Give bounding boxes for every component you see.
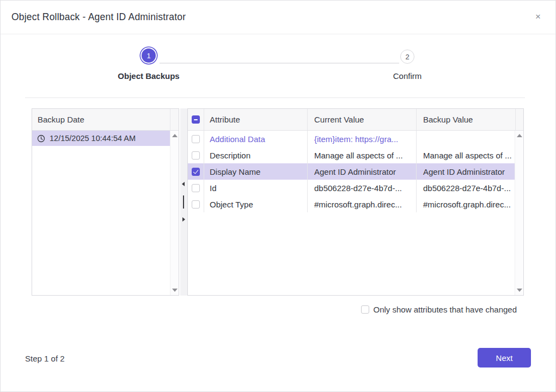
row-checkbox[interactable]	[192, 151, 200, 160]
stepper-connector	[160, 63, 399, 64]
scroll-down-icon[interactable]	[517, 289, 522, 292]
backup-value-cell: db506228-d27e-4b7d-...	[417, 180, 516, 196]
scroll-up-icon[interactable]	[517, 134, 522, 137]
row-checkbox[interactable]	[192, 184, 200, 192]
splitter-grip-icon[interactable]	[183, 195, 184, 209]
current-value-cell: #microsoft.graph.direc...	[308, 196, 417, 212]
clock-icon	[37, 134, 45, 143]
close-icon[interactable]: ×	[535, 12, 541, 21]
table-row[interactable]: Display Name Agent ID Administrator Agen…	[188, 163, 523, 180]
attributes-table-header: Attribute Current Value Backup Value	[188, 109, 523, 131]
step-indicator: Step 1 of 2	[25, 354, 65, 363]
column-header-attribute[interactable]: Attribute	[204, 109, 308, 130]
collapse-right-icon[interactable]	[182, 217, 185, 222]
backup-date-panel: Backup Date 12/15/2025 10:44:54 AM	[32, 108, 179, 296]
panel-splitter[interactable]	[180, 108, 187, 296]
only-changed-checkbox[interactable]	[361, 305, 369, 314]
attribute-cell: Description	[204, 147, 308, 163]
step-2-circle: 2	[400, 50, 414, 64]
only-changed-label: Only show attributes that have changed	[374, 305, 517, 314]
stepper: 1 Object Backups 2 Confirm	[1, 34, 555, 97]
table-row[interactable]: Description Manage all aspects of ... Ma…	[188, 147, 523, 163]
row-checkbox[interactable]	[192, 200, 200, 209]
scroll-down-icon[interactable]	[172, 289, 178, 292]
backup-value-cell	[417, 131, 516, 147]
object-rollback-dialog: Object Rollback - Agent ID Administrator…	[0, 0, 556, 392]
select-all-checkbox[interactable]	[192, 115, 200, 124]
attribute-cell: Id	[204, 180, 308, 196]
next-button[interactable]: Next	[478, 348, 531, 367]
backup-value-cell: Agent ID Administrator	[417, 163, 516, 180]
scroll-up-icon[interactable]	[172, 134, 178, 137]
attribute-cell: Additional Data	[204, 131, 308, 147]
step-confirm[interactable]: 2 Confirm	[364, 50, 451, 81]
title-bar: Object Rollback - Agent ID Administrator…	[1, 1, 555, 34]
stepper-divider	[25, 97, 525, 98]
step-2-label: Confirm	[364, 71, 451, 81]
backup-date-row[interactable]: 12/15/2025 10:44:54 AM	[32, 131, 170, 146]
backup-value-cell: Manage all aspects of ...	[417, 147, 516, 163]
step-object-backups[interactable]: 1 Object Backups	[105, 46, 192, 81]
backup-date-header-label: Backup Date	[38, 115, 84, 124]
attribute-cell: Display Name	[204, 163, 308, 180]
column-header-backup-value[interactable]: Backup Value	[417, 109, 516, 130]
row-checkbox[interactable]	[192, 168, 200, 176]
step-1-circle: 1	[142, 48, 156, 63]
current-value-cell: db506228-d27e-4b7d-...	[308, 180, 417, 196]
current-value-cell: Manage all aspects of ...	[308, 147, 417, 163]
backup-date-header: Backup Date	[32, 109, 179, 131]
backup-value-cell: #microsoft.graph.direc...	[417, 196, 516, 212]
backup-date-value: 12/15/2025 10:44:54 AM	[50, 134, 136, 143]
table-row[interactable]: Id db506228-d27e-4b7d-... db506228-d27e-…	[188, 180, 523, 196]
left-scrollbar[interactable]	[170, 131, 179, 295]
attribute-cell: Object Type	[204, 196, 308, 212]
step-1-label: Object Backups	[105, 71, 192, 81]
table-row[interactable]: Object Type #microsoft.graph.direc... #m…	[188, 196, 523, 212]
column-header-current-value[interactable]: Current Value	[308, 109, 417, 130]
right-scrollbar[interactable]	[515, 131, 523, 295]
attributes-panel: Attribute Current Value Backup Value Add…	[187, 108, 524, 296]
attributes-table-body: Additional Data {item}item: https://gra.…	[188, 131, 523, 212]
header-corner	[170, 109, 179, 130]
current-value-cell: {item}item: https://gra...	[308, 131, 417, 147]
current-value-cell: Agent ID Administrator	[308, 163, 417, 180]
table-row[interactable]: Additional Data {item}item: https://gra.…	[188, 131, 523, 147]
filter-row: Only show attributes that have changed	[361, 305, 517, 314]
collapse-left-icon[interactable]	[182, 182, 185, 186]
row-checkbox[interactable]	[192, 135, 200, 143]
dialog-title: Object Rollback - Agent ID Administrator	[11, 11, 186, 23]
